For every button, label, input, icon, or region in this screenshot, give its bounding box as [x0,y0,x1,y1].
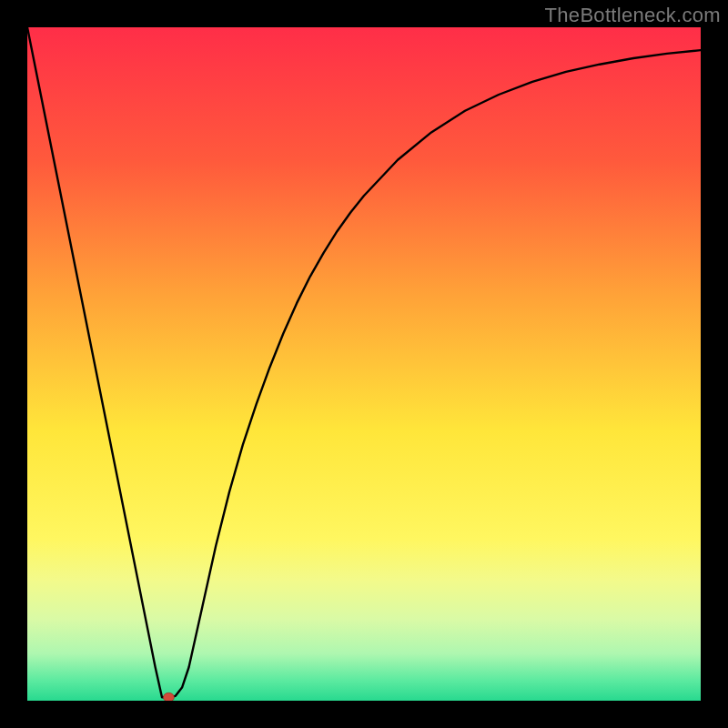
watermark-text: TheBottleneck.com [545,4,721,27]
chart-svg [27,27,701,701]
chart-frame: TheBottleneck.com [0,0,728,728]
gradient-background [27,27,701,701]
optimum-marker [163,693,174,701]
